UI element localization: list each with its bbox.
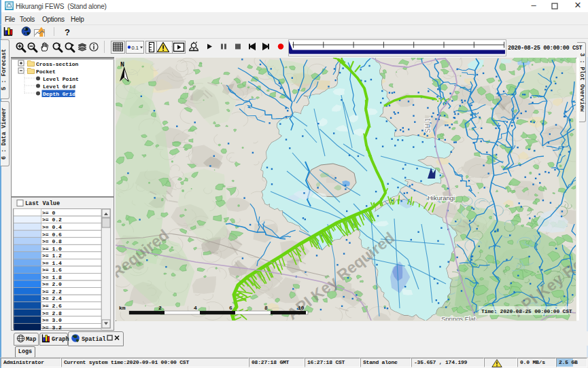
svg-text:Graph: Graph <box>52 336 69 343</box>
svg-text:8: 8 <box>264 305 268 311</box>
svg-text:6: 6 <box>229 305 232 311</box>
svg-text:4: 4 <box>194 305 197 311</box>
svg-text:Springs Flat: Springs Flat <box>441 315 476 320</box>
svg-text:>= 0.6: >= 0.6 <box>42 232 62 238</box>
svg-text:>= 1.0: >= 1.0 <box>42 246 62 252</box>
svg-text:>= 0: >= 0 <box>42 210 55 216</box>
svg-text:0.1: 0.1 <box>132 45 139 51</box>
svg-text:2: 2 <box>158 305 162 311</box>
svg-text:>= 1.6: >= 1.6 <box>42 267 62 273</box>
svg-text:>= 0.8: >= 0.8 <box>42 238 62 244</box>
svg-text:>= 2.4: >= 2.4 <box>42 295 62 301</box>
svg-text:Time: 2020-08-25 00:00:00 CST: Time: 2020-08-25 00:00:00 CST <box>481 308 572 314</box>
svg-text:>= 2.2: >= 2.2 <box>42 289 62 295</box>
svg-text:Level Grid: Level Grid <box>43 84 75 90</box>
svg-text:Map: Map <box>26 336 36 343</box>
svg-text:km: km <box>119 305 126 311</box>
svg-text:>= 1.2: >= 1.2 <box>42 253 62 259</box>
svg-text:Pocket: Pocket <box>36 69 56 75</box>
svg-text:>= 0.2: >= 0.2 <box>42 217 62 223</box>
svg-text:Level Point: Level Point <box>43 76 79 82</box>
svg-text:?: ? <box>65 27 70 37</box>
svg-text:>= 2.0: >= 2.0 <box>42 281 62 287</box>
svg-text:>= 0.4: >= 0.4 <box>42 224 62 230</box>
svg-text:>= 3.0: >= 3.0 <box>42 317 62 323</box>
svg-text:>= 1.8: >= 1.8 <box>42 274 62 280</box>
svg-text:SH 1: SH 1 <box>424 117 432 133</box>
svg-text:>= 3.2: >= 3.2 <box>42 325 62 331</box>
svg-text:>= 2.8: >= 2.8 <box>42 310 62 316</box>
svg-text:>= 2.6: >= 2.6 <box>42 303 62 309</box>
svg-text:Hikurangi: Hikurangi <box>428 194 455 202</box>
svg-text:Cross-section: Cross-section <box>36 61 79 67</box>
svg-text:10: 10 <box>298 305 305 311</box>
svg-text:Last Value: Last Value <box>25 200 60 207</box>
svg-text:Depth Grid: Depth Grid <box>43 91 75 97</box>
svg-text:Spatial: Spatial <box>82 336 106 343</box>
svg-text:>= 1.4: >= 1.4 <box>42 260 62 266</box>
